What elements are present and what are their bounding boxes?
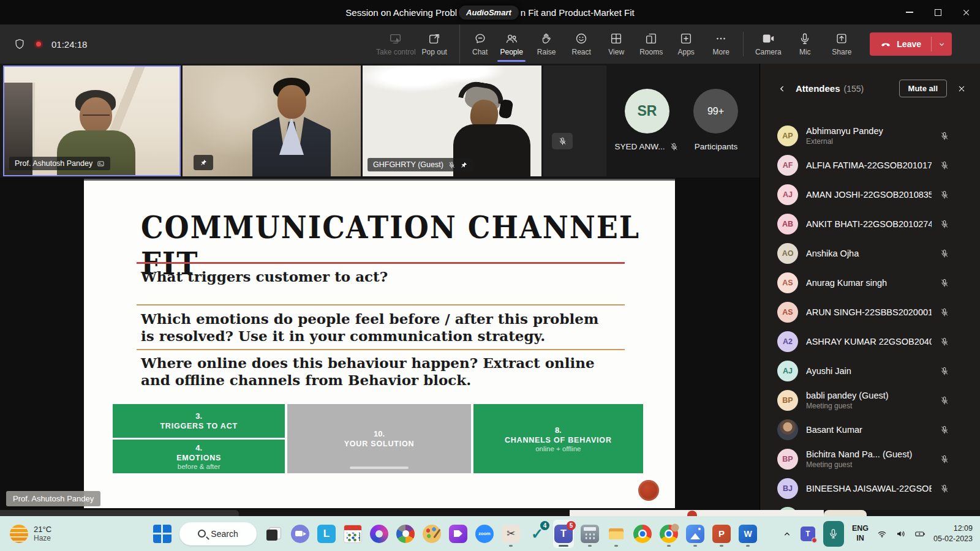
mic-off-icon[interactable] <box>940 190 949 200</box>
toolbar-button-more[interactable]: More <box>704 24 739 64</box>
attendee-row[interactable]: AS Anurag Kumar singh <box>760 268 980 298</box>
taskbar-clipchamp[interactable] <box>448 520 469 548</box>
clock[interactable]: 12:09 05-02-2023 <box>933 523 973 544</box>
taskbar-explorer[interactable] <box>606 520 627 548</box>
taskbar-snipping[interactable] <box>500 520 521 548</box>
mic-off-icon <box>669 142 679 151</box>
tray-mic-button[interactable] <box>823 521 844 547</box>
app-icon <box>607 525 625 543</box>
attendee-row[interactable]: BP Bichitra Nand Pa... (Guest) Meeting g… <box>760 444 980 474</box>
language-indicator[interactable]: ENG IN <box>852 524 869 543</box>
taskbar-office[interactable] <box>369 520 390 548</box>
video-tile-3[interactable]: GHFGHRTY (Guest) <box>363 66 541 176</box>
attendee-row[interactable]: AO Anshika Ojha <box>760 239 980 268</box>
weather-widget[interactable]: 21°C Haze <box>10 516 51 551</box>
attendee-row[interactable]: BP babli pandey (Guest) Meeting guest <box>760 386 980 415</box>
taskbar-chat[interactable] <box>290 520 311 548</box>
toolbar-button-raise[interactable]: Raise <box>529 24 564 64</box>
mic-off-icon[interactable] <box>940 366 949 376</box>
avatar: AO <box>777 243 798 264</box>
participant-avatar[interactable]: SR <box>625 89 669 133</box>
weather-temperature: 21°C <box>34 525 51 534</box>
taskbar-chrome-profile[interactable] <box>658 520 679 548</box>
attendee-row[interactable]: AJ AMAN JOSHI-22GSOB2010835 <box>760 180 980 209</box>
taskbar-todo[interactable]: 4 <box>527 520 548 548</box>
taskbar-teams[interactable]: 5 <box>553 520 574 548</box>
attendee-row[interactable]: AF ALFIA FATIMA-22GSOB2010171 <box>760 151 980 180</box>
taskbar-search[interactable]: Search <box>178 520 258 548</box>
toolbar-button-take-control[interactable]: Take control <box>375 24 417 64</box>
attendee-row[interactable] <box>760 503 980 510</box>
mic-off-icon[interactable] <box>940 131 949 141</box>
video-tile-1[interactable]: Prof. Ashutosh Pandey <box>3 66 181 176</box>
toolbar-button-view[interactable]: View <box>599 24 634 64</box>
toolbar-button-react[interactable]: React <box>564 24 599 64</box>
taskbar-zoom[interactable]: zoom <box>474 520 495 548</box>
mic-off-icon[interactable] <box>940 219 949 229</box>
battery-icon[interactable] <box>914 528 925 539</box>
minimize-button[interactable] <box>895 0 924 24</box>
taskbar-paint[interactable] <box>421 520 442 548</box>
meeting-toolbar: 01:24:18 Take control Pop out Chat <box>0 24 980 64</box>
attendee-row[interactable]: BJ BINEESHA JAISAWAL-22GSOB20... <box>760 474 980 503</box>
shield-icon[interactable] <box>13 38 26 50</box>
video-tile-2[interactable] <box>183 66 361 176</box>
taskbar-word[interactable] <box>737 520 758 548</box>
attendees-panel: Attendees (155) Mute all AP Abhimanyu Pa… <box>760 64 980 510</box>
maximize-button[interactable] <box>924 0 952 24</box>
taskbar-powerpoint[interactable] <box>711 520 732 548</box>
mic-off-icon[interactable] <box>940 160 949 170</box>
camera-button[interactable]: Camera <box>752 32 784 56</box>
toolbar-button-chat[interactable]: Chat <box>459 24 494 64</box>
avatar: BP <box>777 449 798 470</box>
taskbar-calculator[interactable] <box>579 520 600 548</box>
title-bar: Session on Achieving Probl AudioSmart n … <box>0 0 980 24</box>
mic-off-icon <box>552 133 573 149</box>
taskbar-calendar[interactable] <box>342 520 363 548</box>
toolbar-button-apps[interactable]: Apps <box>669 24 704 64</box>
taskbar-photos[interactable] <box>685 520 706 548</box>
mic-off-icon[interactable] <box>940 395 949 405</box>
taskbar-lightshot[interactable] <box>316 520 337 548</box>
wifi-icon[interactable] <box>876 528 888 539</box>
toolbar-button-people[interactable]: People <box>494 24 529 64</box>
attendee-name: ASHRAY KUMAR 22GSOB2040030 <box>806 337 932 347</box>
mic-button[interactable]: Mic <box>789 32 821 56</box>
tray-teams-icon[interactable]: T <box>801 527 815 541</box>
attendee-row[interactable]: AP Abhimanyu Pandey External <box>760 121 980 151</box>
mic-off-icon[interactable] <box>940 249 949 258</box>
taskbar-chrome[interactable] <box>632 520 653 548</box>
slide-question-2: Which emotions do people feel before / a… <box>141 310 612 344</box>
panel-close-icon[interactable] <box>957 84 967 94</box>
back-chevron-icon[interactable] <box>777 84 787 94</box>
toolbar-button-pop-out[interactable]: Pop out <box>417 24 452 64</box>
mute-all-button[interactable]: Mute all <box>899 80 947 97</box>
mic-off-icon[interactable] <box>940 307 949 317</box>
volume-icon[interactable] <box>895 528 907 539</box>
toolbar-button-icon <box>609 32 623 45</box>
attendee-row[interactable]: AB ANKIT BHATI-22GSOB2010274 <box>760 209 980 239</box>
tray-chevron-up-icon[interactable] <box>782 528 793 539</box>
taskbar-start[interactable] <box>152 520 173 548</box>
taskbar-picasa[interactable] <box>395 520 416 548</box>
attendee-row[interactable]: A2 ASHRAY KUMAR 22GSOB2040030 <box>760 327 980 356</box>
attendee-row[interactable]: AS ARUN SINGH-22SBBS2020001 <box>760 298 980 327</box>
mic-off-icon[interactable] <box>940 425 949 435</box>
mic-off-icon[interactable] <box>940 484 949 493</box>
mic-off-icon[interactable] <box>940 278 949 288</box>
leave-options-button[interactable] <box>932 40 952 49</box>
taskbar-task-view[interactable] <box>263 520 284 548</box>
leave-button[interactable]: Leave <box>870 32 952 56</box>
mic-off-icon[interactable] <box>940 337 949 347</box>
mic-off-icon[interactable] <box>940 454 949 464</box>
share-button[interactable]: Share <box>826 32 858 56</box>
attendee-row[interactable]: AJ Ayushi Jain <box>760 356 980 386</box>
attendee-row[interactable]: Basant Kumar <box>760 415 980 444</box>
system-tray: T ENG IN 12:09 05-02-2023 <box>782 516 973 551</box>
avatar: AF <box>777 155 798 176</box>
toolbar-button-rooms[interactable]: Rooms <box>634 24 669 64</box>
participants-overflow-count[interactable]: 99+ <box>693 89 738 133</box>
recording-indicator-icon[interactable] <box>34 40 43 48</box>
close-button[interactable] <box>952 0 980 24</box>
video-tile-4[interactable] <box>543 66 606 176</box>
